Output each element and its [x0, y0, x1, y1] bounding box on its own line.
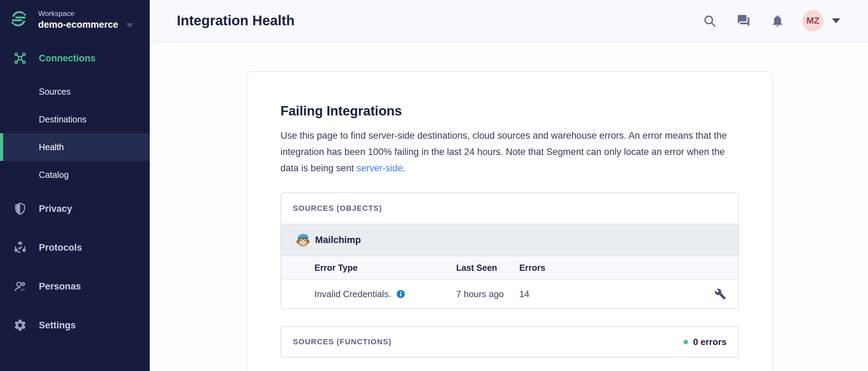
avatar[interactable]: MZ	[802, 10, 824, 32]
workspace-caret-icon[interactable]	[126, 23, 133, 28]
sidebar-nav: Connections Sources Destinations Health …	[0, 44, 150, 339]
sidebar-item-label: Destinations	[39, 114, 87, 124]
shield-icon	[12, 201, 28, 216]
status-text: 0 errors	[693, 337, 727, 347]
column-error-type: Error Type	[314, 263, 456, 273]
sidebar-item-label: Privacy	[39, 204, 72, 214]
sidebar-item-sources[interactable]: Sources	[0, 78, 150, 105]
app-window: Workspace demo-ecommerce	[0, 0, 868, 371]
sidebar-item-personas[interactable]: Personas	[0, 273, 150, 300]
description-period: .	[403, 163, 406, 173]
topbar-actions: MZ	[683, 10, 840, 32]
sources-objects-title: SOURCES (OBJECTS)	[293, 204, 382, 213]
sidebar-item-label: Connections	[39, 53, 96, 64]
hub-icon	[12, 51, 28, 66]
sources-objects-header: SOURCES (OBJECTS)	[281, 193, 738, 224]
mailchimp-avatar	[295, 232, 311, 248]
main-area: Integration Health MZ	[150, 0, 868, 371]
error-type-value: Invalid Credentials.	[314, 289, 391, 300]
top-bar: Integration Health MZ	[150, 0, 868, 42]
column-last-seen: Last Seen	[456, 263, 519, 273]
sidebar-item-label: Personas	[39, 281, 81, 292]
errors-value: 14	[519, 289, 529, 300]
sidebar-item-label: Protocols	[39, 242, 82, 253]
sidebar-item-label: Health	[39, 142, 64, 152]
column-errors: Errors	[519, 263, 545, 273]
protocols-icon	[12, 240, 28, 255]
sources-functions-title: SOURCES (FUNCTIONS)	[293, 337, 392, 346]
table-row: Invalid Credentials. 7 hours ago 14	[281, 280, 738, 308]
status-dot-icon	[684, 340, 688, 344]
sidebar-item-settings[interactable]: Settings	[0, 311, 150, 339]
integration-name: Mailchimp	[315, 235, 361, 245]
sidebar-item-health[interactable]: Health	[0, 133, 150, 161]
section-description: Use this page to find server-side destin…	[280, 128, 739, 176]
chat-icon[interactable]	[736, 14, 751, 28]
segment-logo-icon	[10, 10, 27, 27]
sidebar-item-connections[interactable]: Connections	[0, 44, 150, 72]
table-header-row: Error Type Last Seen Errors	[281, 256, 738, 280]
sidebar-item-label: Settings	[39, 320, 76, 331]
bell-icon[interactable]	[770, 14, 785, 28]
search-icon[interactable]	[702, 14, 717, 28]
page-title: Integration Health	[177, 13, 683, 28]
sidebar: Workspace demo-ecommerce	[0, 0, 150, 371]
sidebar-item-privacy[interactable]: Privacy	[0, 195, 150, 223]
workspace-label: Workspace	[38, 8, 133, 19]
integration-row-mailchimp[interactable]: Mailchimp	[281, 224, 738, 256]
section-heading: Failing Integrations	[280, 104, 739, 119]
workspace-name: demo-ecommerce	[38, 19, 118, 31]
sidebar-item-label: Sources	[39, 87, 71, 97]
sources-objects-box: SOURCES (OBJECTS)	[280, 192, 739, 309]
gear-icon	[12, 318, 28, 333]
last-seen-value: 7 hours ago	[456, 289, 519, 300]
description-text: Use this page to find server-side destin…	[280, 130, 727, 173]
failing-integrations-card: Failing Integrations Use this page to fi…	[246, 71, 773, 371]
sidebar-item-protocols[interactable]: Protocols	[0, 234, 150, 261]
fix-wrench-icon[interactable]	[713, 286, 728, 302]
user-menu-caret-icon[interactable]	[832, 18, 840, 23]
sidebar-item-label: Catalog	[39, 170, 69, 180]
personas-icon	[12, 279, 28, 294]
status-badge: 0 errors	[684, 337, 727, 347]
sources-functions-box: SOURCES (FUNCTIONS) 0 errors	[280, 326, 739, 357]
content-area: Failing Integrations Use this page to fi…	[150, 42, 868, 371]
sidebar-item-destinations[interactable]: Destinations	[0, 105, 150, 133]
server-side-link[interactable]: server-side	[356, 163, 403, 173]
info-icon[interactable]	[396, 289, 406, 299]
workspace-switcher[interactable]: Workspace demo-ecommerce	[0, 0, 150, 31]
sidebar-item-catalog[interactable]: Catalog	[0, 161, 150, 189]
